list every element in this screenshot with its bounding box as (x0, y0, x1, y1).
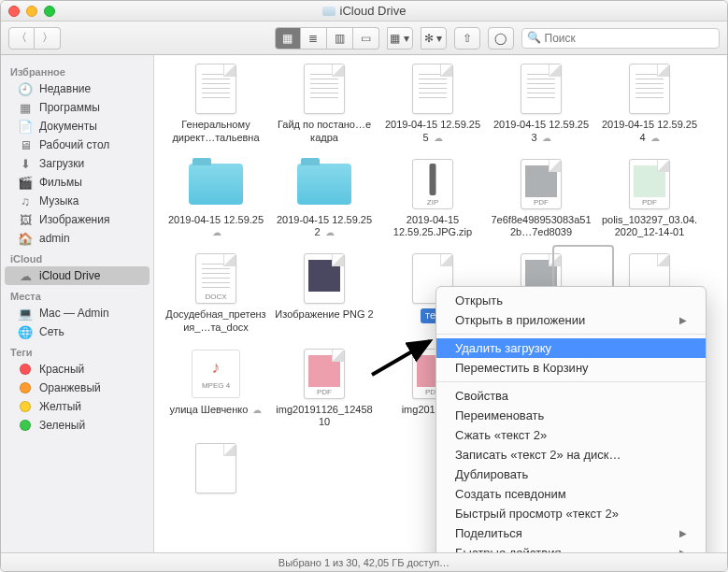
sidebar-item-label: iCloud Drive (39, 269, 100, 282)
icon-view-button[interactable]: ▦ (275, 27, 301, 50)
toolbar: 〈 〉 ▦ ≣ ▥ ▭ ▦ ▾ ✻ ▾ ⇧ ◯ (1, 21, 727, 55)
sidebar-item[interactable]: Оранжевый (5, 379, 150, 397)
submenu-arrow-icon: ▶ (679, 315, 687, 325)
submenu-arrow-icon: ▶ (679, 548, 687, 552)
file-icon (401, 63, 464, 115)
menu-item[interactable]: Быстрый просмотр «текст 2» (436, 504, 706, 523)
sidebar-item-label: Документы (39, 120, 97, 133)
menu-item[interactable]: Быстрые действия▶ (436, 543, 706, 552)
menu-item-label: Дублировать (455, 467, 528, 481)
file-item[interactable]: 2019-04-15 12.59.25 4 ☁︎ (595, 63, 704, 145)
file-item[interactable]: 2019-04-15 12.59.25 3 ☁︎ (487, 63, 595, 145)
cloud-icon: ☁︎ (650, 133, 660, 143)
menu-item[interactable]: Переместить в Корзину (436, 358, 706, 378)
sidebar-item-label: Сеть (39, 325, 64, 338)
file-label: Генеральному директ…тальевна (165, 119, 266, 145)
tags-button[interactable]: ◯ (488, 27, 514, 50)
tag-dot (18, 419, 33, 432)
file-icon (401, 158, 464, 210)
menu-item[interactable]: Переименовать (436, 406, 706, 425)
file-icon: ♪MPEG 4 (184, 348, 248, 400)
close-window-button[interactable] (8, 6, 20, 17)
file-item[interactable] (162, 442, 270, 498)
share-button[interactable]: ⇧ (454, 27, 480, 50)
menu-item[interactable]: Создать псевдоним (436, 484, 706, 504)
cloud-icon: ☁︎ (434, 133, 443, 143)
menu-item[interactable]: Поделиться▶ (436, 523, 706, 543)
file-item[interactable]: DOCXДосудебная_претензия_…та_docx (162, 252, 270, 335)
file-item[interactable]: 2019-04-15 12.59.25 ☁︎ (162, 158, 270, 240)
group-button[interactable]: ▦ ▾ (387, 27, 413, 50)
home-icon: 🏠 (18, 232, 33, 245)
action-button[interactable]: ✻ ▾ (421, 27, 447, 50)
file-label: 2019-04-15 12.59.25.JPG.zip (382, 214, 483, 240)
sidebar-item[interactable]: 📄Документы (5, 117, 150, 136)
menu-item-label: Сжать «текст 2» (455, 428, 547, 442)
zoom-window-button[interactable] (44, 6, 55, 17)
search-input[interactable] (521, 28, 721, 49)
back-button[interactable]: 〈 (8, 27, 35, 50)
window-title-text: iCloud Drive (340, 4, 407, 18)
gallery-view-button[interactable]: ▭ (353, 27, 379, 50)
file-item[interactable]: 2019-04-15 12.59.25 2 ☁︎ (270, 158, 378, 240)
file-label: Досудебная_претензия_…та_docx (165, 308, 266, 335)
tag-dot (18, 363, 33, 376)
sidebar-item-label: Mac — Admin (39, 307, 109, 320)
movies-icon: 🎬 (18, 176, 33, 189)
file-item[interactable]: Генеральному директ…тальевна (162, 63, 270, 145)
file-item[interactable]: ♪MPEG 4улица Шевченко ☁︎ (162, 348, 270, 430)
sidebar-heading: Избранное (1, 61, 153, 79)
sidebar-item[interactable]: 🏠admin (5, 229, 150, 248)
file-item[interactable]: 2019-04-15 12.59.25 5 ☁︎ (378, 63, 487, 145)
menu-item[interactable]: Свойства (436, 386, 706, 406)
menu-item-label: Открыть в приложении (455, 313, 585, 327)
sidebar-item[interactable]: Красный (5, 360, 150, 379)
file-label: Изображение PNG 2 (275, 308, 373, 322)
file-label: 7e6f8e498953083a512b…7ed8039 (491, 214, 592, 240)
file-item[interactable]: PDF7e6f8e498953083a512b…7ed8039 (487, 158, 595, 240)
sidebar-heading: Места (1, 285, 153, 304)
sidebar-item[interactable]: ☁︎iCloud Drive (5, 266, 150, 285)
menu-item[interactable]: Сжать «текст 2» (436, 425, 706, 445)
file-icon (293, 252, 356, 305)
sidebar-item[interactable]: 🖼Изображения (5, 210, 150, 229)
file-label: 2019-04-15 12.59.25 2 ☁︎ (274, 214, 375, 240)
file-icon (509, 63, 573, 115)
sidebar-item[interactable]: 🖥Рабочий стол (5, 136, 150, 154)
sidebar-item-label: Красный (39, 363, 84, 376)
search-field[interactable] (521, 28, 721, 49)
minimize-window-button[interactable] (26, 6, 37, 17)
menu-item[interactable]: Удалить загрузку (436, 338, 706, 358)
list-view-button[interactable]: ≣ (301, 27, 327, 50)
menu-item[interactable]: Открыть (436, 291, 706, 310)
sidebar-item[interactable]: ♫Музыка (5, 192, 150, 210)
file-item[interactable]: PDFpolis_103297_03.04.2020_12-14-01 (595, 158, 704, 240)
file-label: 2019-04-15 12.59.25 ☁︎ (165, 214, 266, 240)
sidebar-item[interactable]: 🎬Фильмы (5, 173, 150, 192)
file-icon (293, 63, 356, 115)
forward-button[interactable]: 〉 (35, 27, 61, 50)
sidebar-heading: Теги (1, 341, 153, 360)
menu-item[interactable]: Дублировать (436, 465, 706, 484)
sidebar-item[interactable]: 🌐Сеть (5, 322, 150, 341)
sidebar-item[interactable]: ⬇︎Загрузки (5, 154, 150, 173)
file-item[interactable]: Изображение PNG 2 (270, 252, 378, 335)
sidebar-item[interactable]: Желтый (5, 397, 150, 416)
sidebar-item[interactable]: 💻Mac — Admin (5, 304, 150, 322)
file-item[interactable]: 2019-04-15 12.59.25.JPG.zip (378, 158, 487, 240)
file-label: 2019-04-15 12.59.25 5 ☁︎ (382, 119, 483, 145)
file-icon (618, 63, 681, 115)
view-switch: ▦ ≣ ▥ ▭ (275, 27, 379, 50)
menu-item[interactable]: Открыть в приложении▶ (436, 310, 706, 330)
content-area[interactable]: Генеральному директ…тальевнаГайд по пост… (154, 55, 727, 552)
file-item[interactable]: PDFimg20191126_1245810 (270, 348, 378, 430)
sidebar-item[interactable]: 🕘Недавние (5, 79, 150, 98)
menu-item[interactable]: Записать «текст 2» на диск… (436, 445, 706, 465)
sidebar-item[interactable]: Зеленый (5, 416, 150, 435)
cloud-icon: ☁︎ (212, 227, 221, 237)
sidebar-item[interactable]: ▦Программы (5, 98, 150, 117)
desktop-icon: 🖥 (18, 138, 33, 151)
menu-item-label: Переместить в Корзину (455, 361, 589, 375)
file-item[interactable]: Гайд по постано…е кадра (270, 63, 378, 145)
column-view-button[interactable]: ▥ (327, 27, 353, 50)
